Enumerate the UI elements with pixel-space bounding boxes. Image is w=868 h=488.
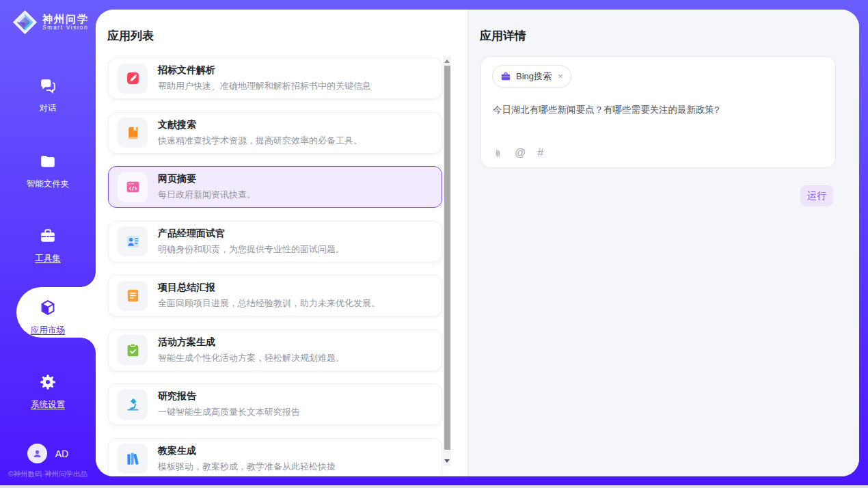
window-bottom-edge bbox=[0, 485, 868, 488]
sidebar-item-对话[interactable]: 对话 bbox=[0, 77, 96, 114]
user-account[interactable]: AD bbox=[0, 444, 96, 463]
app-card[interactable]: 活动方案生成智能生成个性化活动方案，轻松解决规划难题。 bbox=[108, 329, 442, 371]
app-card-name: 产品经理面试官 bbox=[158, 228, 344, 240]
tool-tag-label: Bing搜索 bbox=[516, 70, 552, 83]
sidebar: 神州问学 Smart Vision 对话智能文件夹工具集应用市场系统设置 AD … bbox=[0, 0, 96, 485]
interviewer-icon bbox=[118, 226, 148, 256]
sidebar-item-label: 对话 bbox=[40, 103, 57, 114]
app-card[interactable]: 文献搜索快速精准查找学术资源，提高研究效率的必备工具。 bbox=[108, 112, 442, 154]
gear-icon bbox=[39, 373, 57, 394]
hash-icon[interactable]: # bbox=[537, 147, 543, 159]
sidebar-item-应用市场[interactable]: 应用市场 bbox=[0, 299, 96, 336]
cube-icon bbox=[39, 299, 57, 319]
sidebar-item-label: 工具集 bbox=[35, 253, 61, 265]
sidebar-item-工具集[interactable]: 工具集 bbox=[0, 227, 96, 265]
app-card[interactable]: 项目总结汇报全面回顾项目进展，总结经验教训，助力未来优化发展。 bbox=[108, 275, 442, 316]
app-detail-title: 应用详情 bbox=[480, 28, 526, 44]
active-tab-fillet-bottom bbox=[81, 338, 96, 353]
app-window: 神州问学 Smart Vision 对话智能文件夹工具集应用市场系统设置 AD … bbox=[0, 0, 868, 488]
scrollbar-up-arrow-icon[interactable] bbox=[444, 59, 450, 63]
app-card[interactable]: 教案生成模板驱动，教案秒成，教学准备从此轻松快捷 bbox=[108, 438, 442, 477]
browser-icon bbox=[118, 172, 148, 202]
app-card-description: 明确身份和职责，为您提供专业性的面试问题。 bbox=[158, 243, 344, 256]
app-card-list: 招标文件解析帮助用户快速、准确地理解和解析招标书中的关键信息文献搜索快速精准查找… bbox=[108, 57, 442, 476]
scrollbar-thumb[interactable] bbox=[444, 66, 450, 450]
app-card-name: 招标文件解析 bbox=[158, 64, 371, 77]
app-card-description: 帮助用户快速、准确地理解和解析招标书中的关键信息 bbox=[158, 80, 371, 92]
app-list-panel: 应用列表 招标文件解析帮助用户快速、准确地理解和解析招标书中的关键信息文献搜索快… bbox=[96, 10, 467, 476]
sidebar-item-label: 系统设置 bbox=[31, 399, 65, 411]
active-tab-fillet-top bbox=[81, 272, 96, 287]
at-icon[interactable]: @ bbox=[515, 147, 526, 159]
copyright-footer: ©神州数码·神州问学出品 bbox=[0, 470, 96, 479]
app-card-name: 教案生成 bbox=[158, 445, 336, 457]
note-icon bbox=[118, 281, 148, 311]
logo-subtitle: Smart Vision bbox=[42, 25, 89, 31]
app-card[interactable]: 招标文件解析帮助用户快速、准确地理解和解析招标书中的关键信息 bbox=[108, 57, 442, 99]
app-card-name: 文献搜索 bbox=[158, 119, 362, 131]
prompt-input-card[interactable]: Bing搜索 × 今日湖北有哪些新闻要点？有哪些需要关注的最新政策? @ # bbox=[480, 56, 836, 168]
logo-title: 神州问学 bbox=[42, 14, 89, 25]
diamond-logo-icon bbox=[12, 10, 38, 35]
folder-icon bbox=[39, 152, 57, 173]
app-card-description: 全面回顾项目进展，总结经验教训，助力未来优化发展。 bbox=[158, 297, 380, 310]
run-button[interactable]: 运行 bbox=[800, 185, 833, 206]
tool-tag-bing-search[interactable]: Bing搜索 × bbox=[492, 65, 571, 87]
app-card[interactable]: 产品经理面试官明确身份和职责，为您提供专业性的面试问题。 bbox=[108, 221, 442, 262]
briefcase-icon bbox=[500, 71, 511, 82]
app-card[interactable]: 研究报告一键智能生成高质量长文本研究报告 bbox=[108, 383, 442, 425]
sidebar-item-系统设置[interactable]: 系统设置 bbox=[0, 373, 96, 411]
app-list-title: 应用列表 bbox=[107, 28, 154, 44]
microscope-icon bbox=[118, 390, 148, 420]
app-card-description: 每日政府新闻资讯快查。 bbox=[158, 189, 256, 201]
main-container: 应用列表 招标文件解析帮助用户快速、准确地理解和解析招标书中的关键信息文献搜索快… bbox=[96, 10, 859, 476]
toolbox-icon bbox=[39, 227, 57, 247]
composer-toolbar: @ # bbox=[493, 147, 543, 159]
app-card[interactable]: 网页摘要每日政府新闻资讯快查。 bbox=[108, 166, 442, 208]
books-icon bbox=[118, 444, 148, 474]
book-icon bbox=[118, 118, 148, 148]
app-card-description: 智能生成个性化活动方案，轻松解决规划难题。 bbox=[158, 352, 344, 364]
tool-tag-close-icon[interactable]: × bbox=[558, 71, 563, 81]
scrollbar[interactable] bbox=[443, 56, 451, 466]
user-name: AD bbox=[55, 448, 68, 459]
app-card-description: 一键智能生成高质量长文本研究报告 bbox=[158, 406, 300, 418]
app-card-description: 模板驱动，教案秒成，教学准备从此轻松快捷 bbox=[158, 461, 336, 473]
clipboard-check-icon bbox=[118, 335, 148, 365]
user-avatar-icon bbox=[27, 444, 47, 463]
sidebar-item-label: 智能文件夹 bbox=[27, 178, 70, 190]
app-detail-panel: 应用详情 Bing搜索 × 今日湖北有哪些新闻要点？有哪些需要关注的最新政策? bbox=[467, 10, 859, 476]
app-card-name: 网页摘要 bbox=[158, 173, 256, 185]
app-card-name: 研究报告 bbox=[158, 390, 300, 403]
app-logo: 神州问学 Smart Vision bbox=[12, 10, 89, 35]
app-card-name: 活动方案生成 bbox=[158, 336, 344, 349]
chat-icon bbox=[39, 77, 57, 97]
app-card-name: 项目总结汇报 bbox=[158, 282, 380, 294]
edit-square-icon bbox=[118, 64, 148, 94]
paperclip-icon[interactable] bbox=[493, 148, 503, 159]
sidebar-item-智能文件夹[interactable]: 智能文件夹 bbox=[0, 152, 96, 190]
query-input[interactable]: 今日湖北有哪些新闻要点？有哪些需要关注的最新政策? bbox=[493, 104, 824, 116]
scrollbar-down-arrow-icon[interactable] bbox=[444, 459, 450, 463]
app-card-description: 快速精准查找学术资源，提高研究效率的必备工具。 bbox=[158, 135, 362, 147]
sidebar-item-label: 应用市场 bbox=[31, 325, 65, 336]
